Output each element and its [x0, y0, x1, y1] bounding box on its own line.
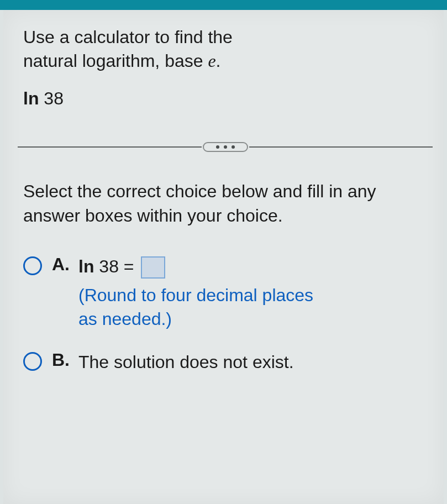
choice-b-row: B. The solution does not exist. — [23, 350, 427, 375]
prompt-line-1: Use a calculator to find the — [23, 27, 233, 47]
dot-icon — [232, 145, 235, 149]
prompt-line-2-prefix: natural logarithm, base — [23, 51, 208, 71]
choice-a-fn: ln — [78, 256, 94, 276]
ln-argument: 38 — [39, 88, 63, 108]
question-page: Use a calculator to find the natural log… — [3, 10, 444, 504]
dot-icon — [224, 145, 227, 149]
ln-function: ln — [23, 88, 39, 108]
choice-b-letter: B. — [52, 350, 78, 370]
radio-choice-b[interactable] — [23, 352, 42, 371]
rounding-note-line2: as needed.) — [78, 309, 172, 329]
choice-b-text: The solution does not exist. — [78, 350, 294, 375]
choice-a-body: ln 38 = (Round to four decimal places as… — [78, 254, 313, 331]
prompt-line-2-suffix: . — [216, 51, 221, 71]
radio-choice-a[interactable] — [23, 256, 42, 275]
rounding-note: (Round to four decimal places as needed.… — [78, 284, 313, 331]
section-divider — [18, 142, 433, 152]
rounding-note-line1: (Round to four decimal places — [78, 285, 313, 305]
question-prompt: Use a calculator to find the natural log… — [23, 25, 427, 73]
variable-e: e — [208, 51, 215, 71]
dot-icon — [216, 145, 219, 149]
more-button[interactable] — [203, 142, 248, 152]
choice-a-letter: A. — [52, 254, 78, 275]
answer-input-a[interactable] — [141, 256, 165, 279]
choice-a-row: A. ln 38 = (Round to four decimal places… — [23, 254, 427, 331]
answer-instructions: Select the correct choice below and fill… — [23, 180, 427, 227]
choice-a-eq: 38 = — [94, 256, 139, 276]
math-expression: ln 38 — [23, 88, 427, 109]
divider-line-left — [18, 146, 202, 148]
divider-line-right — [249, 146, 433, 148]
